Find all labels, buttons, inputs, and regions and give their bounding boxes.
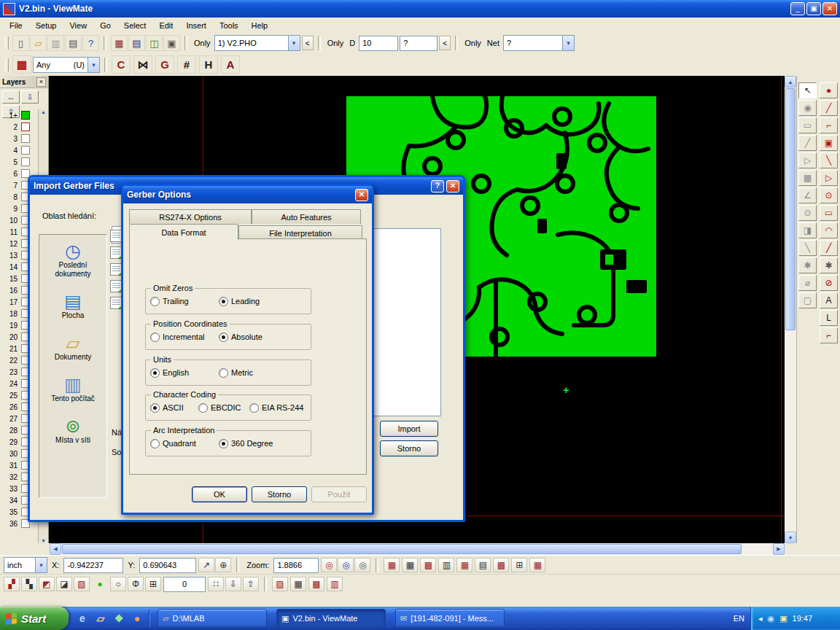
- corner-tool-icon[interactable]: ⌐: [820, 327, 838, 343]
- text-tool-icon[interactable]: A: [820, 292, 838, 308]
- scroll-left-icon[interactable]: ◀: [50, 543, 61, 555]
- diameter-tool-icon[interactable]: ⌀: [798, 275, 817, 291]
- flash-mode-icon[interactable]: ▞: [4, 577, 20, 591]
- close-icon[interactable]: ✕: [446, 180, 459, 192]
- select-frame-icon[interactable]: ▭: [820, 205, 838, 221]
- gear-icon[interactable]: ✱: [820, 257, 838, 273]
- draw-mode-icon[interactable]: ▚: [21, 577, 37, 591]
- place-recent-documents[interactable]: ◷ Poslední dokumenty: [42, 241, 104, 279]
- pad-pattern-icon-7[interactable]: ▩: [493, 558, 509, 572]
- select-diag-icon[interactable]: ╱: [820, 240, 838, 256]
- zoom-in-icon[interactable]: ◎: [321, 558, 337, 572]
- x-coordinate-field[interactable]: -0.942237: [63, 558, 123, 573]
- select-slash-icon[interactable]: ╲: [820, 152, 838, 168]
- new-file-icon[interactable]: ▯: [12, 35, 29, 51]
- layer-swatch[interactable]: [21, 158, 30, 166]
- h-aperture-icon[interactable]: H: [199, 55, 218, 74]
- browser-icon[interactable]: ●: [129, 610, 145, 627]
- poly-tool-icon[interactable]: ▷: [798, 152, 817, 168]
- dcode-table-icon[interactable]: ▦: [111, 35, 128, 51]
- layer-swatch[interactable]: [21, 134, 30, 143]
- radio-option[interactable]: EBCDIC: [198, 403, 244, 413]
- pad-pattern-icon-1[interactable]: ▦: [384, 558, 400, 572]
- film-box-icon[interactable]: ▣: [163, 35, 180, 51]
- menu-item[interactable]: Setup: [29, 20, 63, 31]
- horizontal-scrollbar[interactable]: ◀ ▶: [50, 543, 785, 555]
- import-button[interactable]: Import: [380, 421, 438, 437]
- radio-option[interactable]: Trailing: [150, 297, 210, 306]
- layer-swatch[interactable]: [21, 122, 30, 131]
- slash-tool-icon[interactable]: ╲: [798, 240, 817, 256]
- select-pad-icon[interactable]: ●: [820, 82, 838, 98]
- layers-close-icon[interactable]: ×: [36, 77, 46, 87]
- radio-option[interactable]: Quadrant: [150, 439, 210, 448]
- place-my-computer[interactable]: ▥ Tento počítač: [42, 374, 104, 403]
- layer-swatch[interactable]: [21, 111, 30, 120]
- menu-item[interactable]: Insert: [179, 20, 213, 31]
- chevron-down-icon[interactable]: [288, 36, 300, 50]
- hide-icons-chevron[interactable]: ◂: [758, 615, 763, 623]
- folder-quicklaunch-icon[interactable]: ▱: [93, 610, 109, 627]
- save-icon[interactable]: ▥: [47, 35, 64, 51]
- select-circle-icon[interactable]: ⊙: [820, 187, 838, 203]
- box-tool-icon[interactable]: ▢: [798, 292, 817, 308]
- scroll-down-icon[interactable]: ▼: [41, 538, 46, 543]
- count-field[interactable]: 0: [163, 577, 206, 592]
- g-aperture-icon[interactable]: G: [155, 55, 174, 74]
- menu-item[interactable]: Tools: [213, 20, 245, 31]
- vertical-scroll-thumb[interactable]: [785, 88, 796, 330]
- tool-report-icon[interactable]: ◫: [146, 35, 163, 51]
- chevron-down-icon[interactable]: [88, 58, 99, 72]
- prev-layer-button[interactable]: <: [302, 36, 314, 50]
- help-icon[interactable]: ?: [431, 180, 444, 192]
- gerber-dialog-titlebar[interactable]: Gerber Options ✕: [123, 186, 372, 203]
- circle-tool-icon[interactable]: ⊙: [798, 205, 817, 221]
- radio-option[interactable]: Absolute: [219, 332, 262, 342]
- measure-icon[interactable]: ↗: [198, 558, 214, 572]
- gerber-tab[interactable]: RS274-X Options: [129, 209, 252, 224]
- sel-pattern-icon-2[interactable]: ▦: [290, 577, 306, 591]
- pad-tool-icon[interactable]: ◉: [798, 100, 817, 116]
- mixed-mode-icon[interactable]: ▨: [74, 577, 90, 591]
- menu-item[interactable]: Help: [245, 20, 275, 31]
- scroll-up-icon[interactable]: ▲: [41, 109, 46, 114]
- layer-row[interactable]: 4: [0, 144, 39, 156]
- dcode-input[interactable]: 10: [359, 36, 398, 51]
- chevron-down-icon[interactable]: [562, 36, 574, 50]
- zoom-value-field[interactable]: 1.8866: [273, 558, 319, 573]
- radio-option[interactable]: Leading: [219, 297, 260, 306]
- radio-option[interactable]: Incremental: [150, 332, 210, 342]
- trace-mode-icon[interactable]: ◪: [56, 577, 72, 591]
- ok-button[interactable]: OK: [192, 486, 247, 502]
- pad-pattern-icon-8[interactable]: ⊞: [511, 558, 527, 572]
- menu-item[interactable]: File: [3, 20, 29, 31]
- horizontal-scroll-thumb[interactable]: [62, 544, 742, 554]
- menu-item[interactable]: Select: [117, 20, 153, 31]
- dcode-wildcard-input[interactable]: ?: [400, 36, 438, 51]
- anchor-up-icon[interactable]: ⇧: [243, 577, 259, 591]
- radio-option[interactable]: Metric: [219, 368, 253, 378]
- rect-tool-icon[interactable]: ▭: [798, 117, 817, 133]
- pad-pattern-icon-6[interactable]: ▤: [475, 558, 491, 572]
- place-desktop[interactable]: ▤ Plocha: [42, 291, 104, 320]
- apply-button[interactable]: Použít: [311, 486, 367, 502]
- grid-aperture-icon[interactable]: #: [177, 55, 196, 74]
- antivirus-tray-icon[interactable]: ▣: [779, 615, 787, 623]
- start-button[interactable]: Start: [0, 607, 69, 630]
- horizontal-scroll-track[interactable]: [742, 543, 773, 555]
- gerber-tab[interactable]: Auto Features: [252, 209, 361, 224]
- vertical-scroll-track[interactable]: [785, 331, 796, 532]
- chevron-down-icon[interactable]: [35, 558, 47, 572]
- update-tray-icon[interactable]: ◉: [768, 615, 775, 623]
- select-rect-icon[interactable]: ▣: [820, 135, 838, 151]
- print-icon[interactable]: ▤: [65, 35, 82, 51]
- radio-option[interactable]: 360 Degree: [219, 439, 273, 448]
- vertical-scrollbar[interactable]: ▲ ▼: [785, 76, 796, 543]
- halfplane-tool-icon[interactable]: ◨: [798, 222, 817, 238]
- pad-pattern-icon-9[interactable]: ▦: [529, 558, 545, 572]
- select-corner-icon[interactable]: ⌐: [820, 117, 838, 133]
- anchor-down-icon[interactable]: ⇩: [225, 577, 241, 591]
- select-line-icon[interactable]: ╱: [820, 100, 838, 116]
- l-shape-tool-icon[interactable]: L: [820, 310, 838, 326]
- scroll-down-icon[interactable]: ▼: [785, 532, 796, 543]
